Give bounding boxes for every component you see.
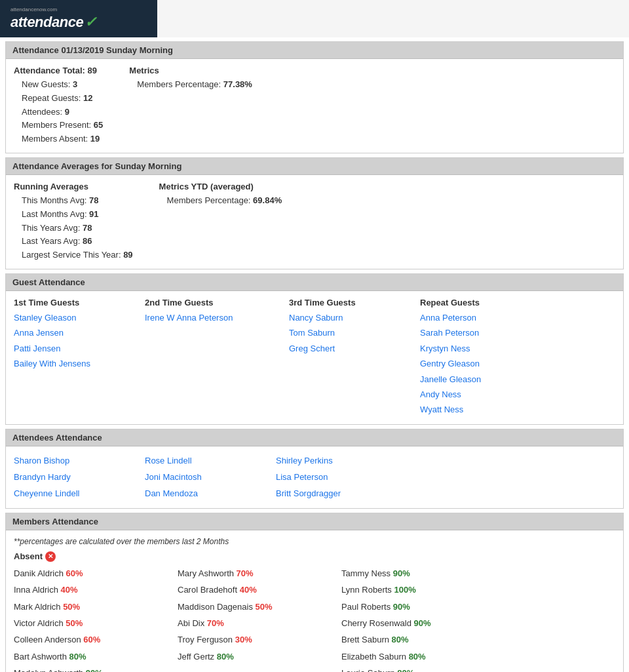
attendee-name-item[interactable]: Dan Mendoza [145, 486, 276, 501]
last-month-line: Last Months Avg: 91 [22, 208, 133, 222]
logo-main: attendance [10, 14, 83, 30]
members-absent-value: 19 [90, 134, 100, 144]
members-section-body: **percentages are calculated over the me… [6, 530, 623, 672]
first-time-col: 1st Time Guests Stanley GleasonAnna Jens… [14, 298, 145, 418]
member-pct: 100% [394, 585, 415, 595]
attendee-name-item[interactable]: Britt Sorgdragger [276, 486, 407, 501]
member-name: Mark Aldrich [14, 602, 63, 612]
guest-name-item[interactable]: Stanley Gleason [14, 310, 145, 325]
member-pct: 60% [83, 635, 100, 644]
absent-label: Absent [14, 551, 43, 561]
attendee-name-item[interactable]: Shirley Perkins [276, 453, 407, 468]
member-pct: 80% [397, 668, 414, 672]
averages-section-body: Running Averages This Months Avg: 78 Las… [6, 175, 623, 269]
member-line: Troy Ferguson 30% [178, 632, 341, 647]
top-bar: attendancenow.com attendance✓ [0, 0, 629, 37]
new-guests-line: New Guests: 3 [22, 78, 103, 92]
member-line: Jeff Gertz 80% [178, 649, 341, 664]
members-absent-line: Members Absent: 19 [22, 132, 103, 146]
running-averages-heading: Running Averages [14, 182, 133, 191]
guest-name-item[interactable]: Tom Saburn [289, 325, 420, 340]
member-name: Carol Bradehoft [178, 585, 240, 595]
member-pct: 80% [409, 652, 426, 662]
first-time-heading: 1st Time Guests [14, 298, 145, 307]
third-time-heading: 3rd Time Guests [289, 298, 420, 307]
member-name: Danik Aldrich [14, 568, 66, 578]
largest-service-value: 89 [123, 250, 132, 260]
last-year-line: Last Years Avg: 86 [22, 235, 133, 248]
members-grid: Danik Aldrich 60%Mary Ashworth 70%Tammy … [14, 566, 615, 672]
member-line: Lynn Roberts 100% [341, 582, 505, 597]
this-month-line: This Months Avg: 78 [22, 194, 133, 208]
member-name: Bart Ashworth [14, 652, 69, 662]
guest-name-item[interactable]: Janelle Gleason [420, 372, 615, 387]
attendees-section-header: Attendees Attendance [6, 429, 623, 446]
guest-name-item[interactable]: Greg Schert [289, 341, 420, 356]
attendee-name-item[interactable]: Cheyenne Lindell [14, 486, 145, 501]
member-pct: 80% [217, 652, 234, 662]
guest-name-item[interactable]: Anna Jensen [14, 325, 145, 340]
guest-name-item[interactable]: Bailey With Jensens [14, 356, 145, 371]
attendees-section: Attendees Attendance Sharon BishopRose L… [5, 429, 624, 509]
attendee-name-item[interactable]: Sharon Bishop [14, 453, 145, 468]
member-name: Abi Dix [178, 618, 207, 628]
member-pct: 70% [207, 618, 224, 628]
members-title: Members Attendance [12, 517, 98, 526]
guest-name-item[interactable]: Patti Jensen [14, 341, 145, 356]
last-month-label: Last Months Avg: [22, 209, 89, 219]
member-line: Madalyn Ashworth 90% [14, 665, 178, 672]
member-name: Elizabeth Saburn [341, 652, 409, 662]
member-line: Carol Bradehoft 40% [178, 582, 341, 597]
members-present-value: 65 [94, 120, 103, 130]
member-name: Madalyn Ashworth [14, 668, 86, 672]
repeat-guests-heading: Repeat Guests [420, 298, 615, 307]
largest-service-line: Largest Service This Year: 89 [22, 248, 133, 262]
member-name: Mary Ashworth [178, 568, 237, 578]
member-pct: 50% [63, 602, 80, 612]
guest-name-item[interactable]: Irene W Anna Peterson [145, 310, 289, 325]
members-present-label: Members Present: [22, 120, 94, 130]
third-time-list: Nancy SaburnTom SaburnGreg Schert [289, 310, 420, 356]
guest-title: Guest Attendance [12, 277, 85, 287]
repeat-list: Anna PetersonSarah PetersonKrystyn NessG… [420, 310, 615, 418]
guest-name-item[interactable]: Krystyn Ness [420, 341, 615, 356]
member-name: Brett Saburn [341, 635, 392, 644]
attendees-section-body: Sharon BishopRose LindellShirley Perkins… [6, 446, 623, 508]
guest-name-item[interactable]: Gentry Gleason [420, 356, 615, 371]
member-pct: 90% [393, 602, 410, 612]
attendance-section-header: Attendance 01/13/2019 Sunday Morning [6, 42, 623, 59]
guest-name-item[interactable]: Sarah Peterson [420, 325, 615, 340]
member-name: Paul Roberts [341, 602, 393, 612]
member-pct: 40% [240, 585, 257, 595]
guest-name-item[interactable]: Andy Ness [420, 387, 615, 402]
first-time-list: Stanley GleasonAnna JensenPatti JensenBa… [14, 310, 145, 372]
members-present-line: Members Present: 65 [22, 119, 103, 132]
members-absent-label: Members Absent: [22, 134, 90, 144]
attendee-name-item[interactable]: Rose Lindell [145, 453, 276, 468]
members-note: **percentages are calculated over the me… [14, 537, 615, 546]
members-section: Members Attendance **percentages are cal… [5, 513, 624, 672]
guest-name-item[interactable]: Anna Peterson [420, 310, 615, 325]
member-line: Laurie Saburn 80% [341, 665, 505, 672]
member-line [178, 665, 341, 672]
guest-name-item[interactable]: Nancy Saburn [289, 310, 420, 325]
last-year-value: 86 [83, 236, 92, 246]
member-pct: 90% [393, 568, 410, 578]
this-month-label: This Months Avg: [22, 195, 89, 205]
member-pct: 40% [61, 585, 78, 595]
members-pct-line: Members Percentage: 77.38% [137, 78, 252, 92]
member-line: Mary Ashworth 70% [178, 566, 341, 581]
third-time-col: 3rd Time Guests Nancy SaburnTom SaburnGr… [289, 298, 420, 418]
logo-small-text: attendancenow.com [10, 7, 96, 12]
attendee-name-item[interactable]: Brandyn Hardy [14, 469, 145, 484]
guest-name-item[interactable]: Wyatt Ness [420, 402, 615, 417]
member-name: Lynn Roberts [341, 585, 394, 595]
attendee-name-item[interactable]: Joni Macintosh [145, 469, 276, 484]
second-time-list: Irene W Anna Peterson [145, 310, 289, 325]
member-pct: 50% [256, 602, 273, 612]
member-line: Brett Saburn 80% [341, 632, 505, 647]
attendee-name-item[interactable]: Lisa Peterson [276, 469, 407, 484]
logo-text: attendance✓ [10, 14, 96, 30]
attendees-value: 9 [65, 107, 69, 117]
averages-section: Attendance Averages for Sunday Morning R… [5, 157, 624, 269]
